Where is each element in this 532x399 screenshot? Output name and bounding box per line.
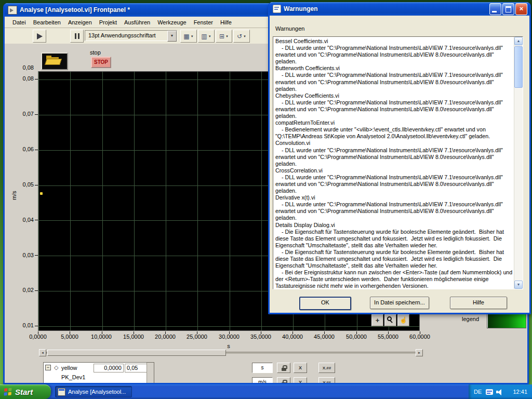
pan-tool-button[interactable]: ☝: [397, 314, 409, 326]
maximize-button[interactable]: [502, 3, 514, 15]
taskbar: Start Analyse [Analysetool... DE 12:41: [0, 384, 532, 399]
zoom-tool-button[interactable]: [384, 314, 396, 326]
warnings-textbox[interactable]: Bessel Coefficients.vi - DLL wurde unter…: [273, 36, 523, 289]
task-window-icon: [58, 388, 65, 396]
collapse-toggle-icon[interactable]: −: [45, 365, 51, 370]
x-tick-label: 15,0000: [121, 334, 146, 340]
browse-file-button[interactable]: [41, 52, 68, 70]
cursor-y-value[interactable]: 0,05: [125, 364, 148, 373]
help-button[interactable]: Hilfe: [450, 297, 507, 309]
menu-ausfuehren[interactable]: Ausführen: [121, 17, 154, 28]
taskbar-clock[interactable]: 12:41: [513, 389, 527, 395]
warnings-text: Bessel Coefficients.vi - DLL wurde unter…: [273, 37, 514, 289]
dropdown-arrow-icon: ▼: [225, 35, 229, 38]
tray-volume-icon[interactable]: [496, 389, 503, 395]
dialog-icon-line: [274, 9, 278, 10]
resize-icon: ⊞: [219, 33, 224, 40]
dialog-icon: [273, 5, 281, 13]
menu-werkzeuge[interactable]: Werkzeuge: [154, 17, 190, 28]
tray-keyboard-icon[interactable]: [486, 389, 493, 395]
reorder-objects-button[interactable]: ↺▼: [233, 30, 250, 43]
font-selector-value: 13pt Anwendungsschriftart: [88, 32, 156, 38]
x-autoscale-button[interactable]: X: [294, 363, 307, 373]
start-button[interactable]: Start: [0, 384, 51, 399]
x-tick-label: 20,0000: [153, 334, 178, 340]
x-scale-name-field[interactable]: s: [252, 363, 273, 373]
x-tick-label: 25,0000: [184, 334, 209, 340]
save-to-file-button[interactable]: In Datei speichern...: [370, 297, 429, 309]
warnings-dialog-titlebar[interactable]: Warnungen ×: [270, 2, 529, 16]
reorder-icon: ↺: [237, 33, 242, 40]
dropdown-arrow-icon[interactable]: ▼: [167, 31, 177, 42]
x-tick-label: 30,0000: [217, 334, 242, 340]
cursor-legend-scrollbar[interactable]: [147, 363, 154, 383]
scrollbar-thumb[interactable]: [47, 350, 226, 356]
cursor-marker-icon[interactable]: ◇: [54, 364, 58, 371]
magnifier-icon-handle: [390, 320, 393, 323]
x-tick-label: 5,0000: [57, 334, 82, 340]
y-tick-label: 0,07: [10, 111, 34, 117]
legend-color-ramp[interactable]: [487, 313, 526, 328]
task-button-label: Analyse [Analysetool...: [68, 389, 126, 395]
distribute-objects-button[interactable]: ▥▼: [198, 30, 215, 43]
scroll-thumb[interactable]: [514, 46, 523, 88]
cross-cursor-icon: +: [376, 316, 380, 324]
scroll-down-button[interactable]: ▼: [514, 281, 523, 289]
align-objects-button[interactable]: ▦▼: [180, 30, 197, 43]
resize-objects-button[interactable]: ⊞▼: [216, 30, 232, 43]
cursor-tool-button[interactable]: +: [371, 314, 383, 326]
lock-icon: [282, 382, 286, 383]
align-icon: ▦: [183, 33, 189, 40]
folder-icon-front: [45, 59, 62, 65]
y-tick-label: 0,02: [10, 287, 34, 293]
scrollbar-left-button[interactable]: ◄: [39, 349, 46, 356]
labview-window-title: Analyse [Analysetool.vi] Frontpanel *: [20, 6, 130, 14]
run-button[interactable]: [33, 30, 46, 43]
y-tick-label: 0,04: [10, 217, 34, 223]
ok-button[interactable]: OK: [299, 297, 351, 310]
x-tick-label: 35,0000: [248, 334, 273, 340]
stop-button[interactable]: STOP: [91, 57, 111, 68]
y-axis-title: m/s: [11, 187, 17, 204]
cursor-x-value[interactable]: 0,0000: [94, 364, 124, 373]
x-axis-title: s: [216, 343, 241, 349]
menu-fenster[interactable]: Fenster: [190, 17, 217, 28]
y-autoscale-lock-button[interactable]: [277, 377, 290, 383]
menu-hilfe[interactable]: Hilfe: [217, 17, 235, 28]
x-format-button[interactable]: X.##: [318, 363, 335, 373]
font-selector[interactable]: 13pt Anwendungsschriftart ▼: [85, 30, 177, 41]
y-format-button[interactable]: Y.##: [318, 377, 335, 383]
warnings-dialog: Warnungen × Warnungen Bessel Coefficient…: [268, 2, 531, 314]
menu-anzeigen[interactable]: Anzeigen: [64, 17, 96, 28]
run-arrow-icon: [37, 33, 43, 39]
warnings-scrollbar[interactable]: ▲ ▼: [514, 37, 523, 289]
warnings-heading: Warnungen: [275, 25, 304, 32]
scroll-up-button[interactable]: ▲: [514, 37, 523, 45]
minimize-button[interactable]: [489, 3, 501, 15]
x-autoscale-lock-button[interactable]: [277, 363, 290, 373]
cursor-point[interactable]: [40, 192, 43, 195]
system-tray: DE 12:41: [469, 384, 532, 399]
dropdown-arrow-icon: ▼: [208, 35, 211, 38]
scrollbar-right-button[interactable]: ►: [416, 349, 423, 356]
menu-datei[interactable]: Datei: [9, 17, 30, 28]
cursor-name[interactable]: yellow: [61, 365, 77, 371]
y-tick-label: 0,08: [10, 64, 34, 71]
y-autoscale-button[interactable]: Y: [294, 377, 307, 383]
cursor-legend: − ◇ yellow 0,0000 0,05 PK_Dev1: [43, 362, 154, 383]
close-button[interactable]: ×: [515, 3, 527, 15]
y-tick-label: 0,08: [10, 75, 34, 82]
y-scale-name-field[interactable]: m/s: [252, 377, 273, 383]
pause-button[interactable]: [70, 30, 84, 43]
dialog-title: Warnungen: [284, 5, 488, 12]
y-tick-label: 0,01: [10, 322, 34, 328]
labview-app-icon-arrow: [10, 8, 14, 12]
y-tick-label: 0,03: [10, 252, 34, 258]
menu-projekt[interactable]: Projekt: [96, 17, 121, 28]
cursor-channel-name[interactable]: PK_Dev1: [61, 374, 85, 380]
taskbar-task-button[interactable]: Analyse [Analysetool...: [55, 386, 132, 397]
x-tick-label: 40,0000: [280, 334, 305, 340]
graph-x-scrollbar[interactable]: ◄ ►: [39, 349, 423, 356]
menu-bearbeiten[interactable]: Bearbeiten: [30, 17, 64, 28]
input-language-indicator[interactable]: DE: [474, 389, 482, 395]
